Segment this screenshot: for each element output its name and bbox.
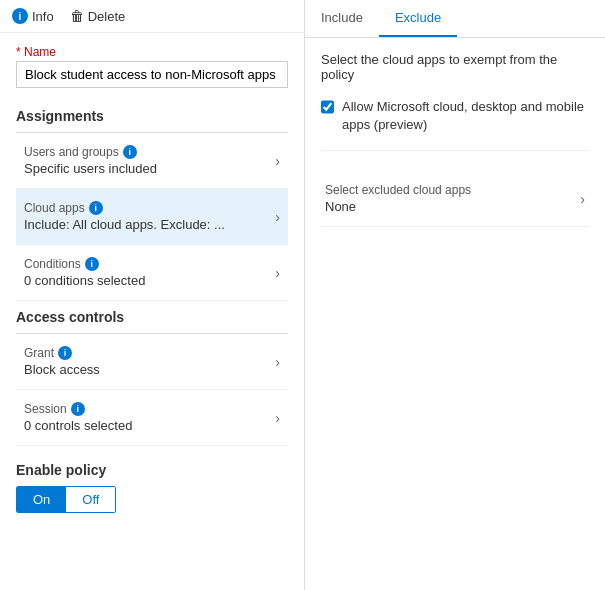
grant-item[interactable]: Grant i Block access › bbox=[16, 334, 288, 390]
cloud-apps-left: Cloud apps i Include: All cloud apps. Ex… bbox=[24, 201, 225, 232]
access-controls-section: Access controls Grant i Block access › bbox=[16, 309, 288, 446]
allow-microsoft-label: Allow Microsoft cloud, desktop and mobil… bbox=[342, 98, 589, 134]
conditions-label: Conditions i bbox=[24, 257, 145, 271]
enable-policy-toggle: On Off bbox=[16, 486, 116, 513]
checkbox-row: Allow Microsoft cloud, desktop and mobil… bbox=[321, 98, 589, 151]
delete-icon: 🗑 bbox=[70, 8, 84, 24]
conditions-value: 0 conditions selected bbox=[24, 273, 145, 288]
allow-microsoft-checkbox[interactable] bbox=[321, 100, 334, 114]
name-label: * Name bbox=[16, 45, 288, 59]
grant-value: Block access bbox=[24, 362, 100, 377]
cloud-apps-chevron: › bbox=[275, 209, 280, 225]
tab-include[interactable]: Include bbox=[305, 0, 379, 37]
users-groups-item[interactable]: Users and groups i Specific users includ… bbox=[16, 133, 288, 189]
users-groups-label: Users and groups i bbox=[24, 145, 157, 159]
select-excluded-label: Select excluded cloud apps bbox=[325, 183, 471, 197]
exclude-description: Select the cloud apps to exempt from the… bbox=[321, 52, 589, 82]
toggle-on-button[interactable]: On bbox=[17, 487, 66, 512]
toolbar: i Info 🗑 Delete bbox=[0, 0, 304, 33]
info-icon: i bbox=[12, 8, 28, 24]
users-groups-left: Users and groups i Specific users includ… bbox=[24, 145, 157, 176]
enable-policy-title: Enable policy bbox=[16, 462, 288, 478]
policy-name-input[interactable] bbox=[16, 61, 288, 88]
enable-policy-section: Enable policy On Off bbox=[16, 462, 288, 513]
select-excluded-apps-row[interactable]: Select excluded cloud apps None › bbox=[321, 171, 589, 227]
cloud-apps-label: Cloud apps i bbox=[24, 201, 225, 215]
left-panel: i Info 🗑 Delete * Name Assignments bbox=[0, 0, 305, 590]
cloud-apps-value: Include: All cloud apps. Exclude: ... bbox=[24, 217, 225, 232]
tabs-bar: Include Exclude bbox=[305, 0, 605, 38]
session-value: 0 controls selected bbox=[24, 418, 132, 433]
cloud-apps-item[interactable]: Cloud apps i Include: All cloud apps. Ex… bbox=[16, 189, 288, 245]
users-groups-info-icon: i bbox=[123, 145, 137, 159]
conditions-chevron: › bbox=[275, 265, 280, 281]
session-label: Session i bbox=[24, 402, 132, 416]
right-panel: Include Exclude Select the cloud apps to… bbox=[305, 0, 605, 590]
grant-chevron: › bbox=[275, 354, 280, 370]
cloud-apps-info-icon: i bbox=[89, 201, 103, 215]
left-content: * Name Assignments Users and groups i Sp… bbox=[0, 33, 304, 590]
select-excluded-value: None bbox=[325, 199, 471, 214]
session-item[interactable]: Session i 0 controls selected › bbox=[16, 390, 288, 446]
grant-left: Grant i Block access bbox=[24, 346, 100, 377]
conditions-left: Conditions i 0 conditions selected bbox=[24, 257, 145, 288]
info-button[interactable]: i Info bbox=[12, 8, 54, 24]
users-groups-chevron: › bbox=[275, 153, 280, 169]
tab-exclude[interactable]: Exclude bbox=[379, 0, 457, 37]
conditions-info-icon: i bbox=[85, 257, 99, 271]
grant-label: Grant i bbox=[24, 346, 100, 360]
conditions-item[interactable]: Conditions i 0 conditions selected › bbox=[16, 245, 288, 301]
info-label: Info bbox=[32, 9, 54, 24]
delete-button[interactable]: 🗑 Delete bbox=[70, 8, 126, 24]
assignments-title: Assignments bbox=[16, 108, 288, 124]
toggle-off-button[interactable]: Off bbox=[66, 487, 115, 512]
select-excluded-chevron: › bbox=[580, 191, 585, 207]
delete-label: Delete bbox=[88, 9, 126, 24]
access-controls-title: Access controls bbox=[16, 309, 288, 325]
session-left: Session i 0 controls selected bbox=[24, 402, 132, 433]
select-excluded-left: Select excluded cloud apps None bbox=[325, 183, 471, 214]
session-info-icon: i bbox=[71, 402, 85, 416]
right-content: Select the cloud apps to exempt from the… bbox=[305, 38, 605, 590]
grant-info-icon: i bbox=[58, 346, 72, 360]
users-groups-value: Specific users included bbox=[24, 161, 157, 176]
session-chevron: › bbox=[275, 410, 280, 426]
